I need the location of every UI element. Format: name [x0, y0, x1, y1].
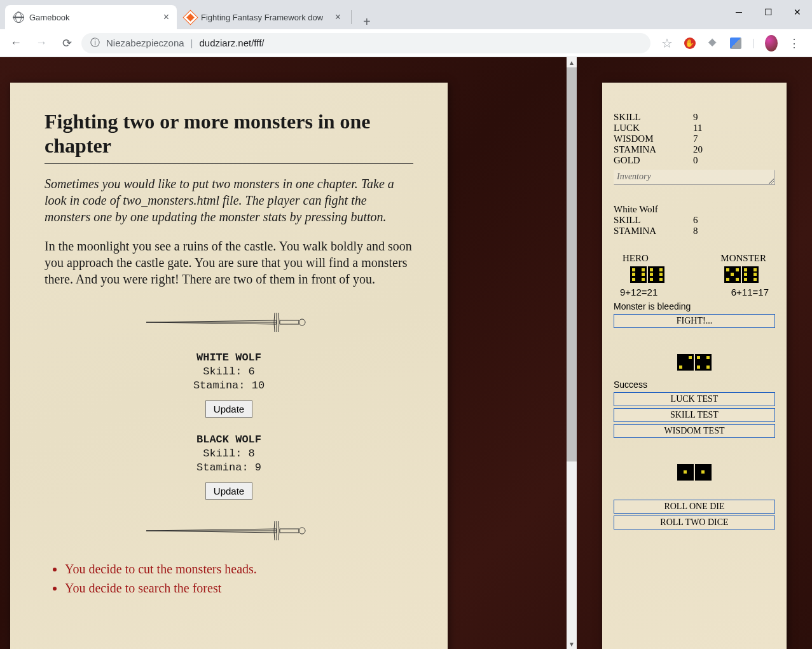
tab-inactive[interactable]: Fighting Fantasy Framework dow ×	[177, 5, 348, 29]
sourceforge-icon	[184, 11, 196, 23]
dropbox-icon[interactable]: ⯁	[706, 37, 719, 50]
scroll-up-icon[interactable]: ▲	[567, 57, 577, 67]
page-content: Fighting two or more monsters in one cha…	[0, 57, 812, 649]
luck-status: Success	[614, 379, 775, 390]
url-input[interactable]: ⓘ Niezabezpieczona | dudziarz.net/fff/	[81, 33, 650, 53]
adblock-icon[interactable]: ✋	[684, 37, 696, 50]
new-tab-button[interactable]: +	[354, 15, 380, 29]
die-icon	[695, 354, 712, 371]
svg-point-1	[299, 319, 305, 325]
monster-skill: Skill: 8	[45, 447, 413, 461]
roll-two-button[interactable]: ROLL TWO DICE	[614, 516, 775, 529]
translate-icon[interactable]	[729, 37, 742, 50]
monster-name: WHITE WOLF	[45, 351, 413, 365]
stat-skill: SKILL9	[614, 112, 775, 123]
close-icon[interactable]: ×	[163, 11, 169, 23]
url-text: dudziarz.net/fff/	[199, 38, 264, 48]
main-panel: Fighting two or more monsters in one cha…	[0, 57, 577, 649]
update-button-1[interactable]: Update	[205, 400, 252, 418]
luck-dice	[614, 354, 775, 371]
choice-link[interactable]: You decide to search the forest	[65, 578, 413, 598]
minimize-button[interactable]: ─	[724, 0, 754, 24]
enemy-stamina: STAMINA8	[614, 226, 775, 236]
roll-one-button[interactable]: ROLL ONE DIE	[614, 500, 775, 514]
die-icon	[695, 464, 712, 481]
svg-point-3	[299, 528, 305, 534]
choice-list: You decide to cut the monsters heads. Yo…	[45, 559, 413, 598]
die-icon	[677, 354, 694, 371]
scroll-down-icon[interactable]: ▼	[567, 639, 577, 649]
sword-divider-icon	[45, 515, 413, 547]
monster-1: WHITE WOLF Skill: 6 Stamina: 10	[45, 351, 413, 393]
reload-button[interactable]: ⟳	[56, 32, 78, 54]
scrollbar[interactable]: ▲ ▼	[567, 57, 577, 649]
choice-link[interactable]: You decide to cut the monsters heads.	[65, 559, 413, 578]
stat-gold: GOLD0	[614, 155, 775, 166]
die-icon	[630, 266, 647, 283]
update-button-2[interactable]: Update	[205, 482, 252, 500]
intro-text: Sometimes you would like to put two mons…	[45, 175, 413, 225]
tab-title: Gamebook	[29, 13, 158, 22]
monster-stamina: Stamina: 9	[45, 461, 413, 475]
info-icon: ⓘ	[90, 37, 100, 49]
stat-luck: LUCK11	[614, 123, 775, 133]
window-controls: ─ ☐ ✕	[724, 0, 812, 24]
die-icon	[742, 266, 759, 283]
browser-chrome: Gamebook × Fighting Fantasy Framework do…	[0, 0, 812, 57]
combat-status: Monster is bleeding	[614, 301, 775, 311]
tab-title: Fighting Fantasy Framework dow	[201, 13, 330, 22]
enemy-skill: SKILL6	[614, 215, 775, 226]
monster-2: BLACK WOLF Skill: 8 Stamina: 9	[45, 433, 413, 475]
enemy-name: White Wolf	[614, 204, 775, 215]
sword-divider-icon	[45, 306, 413, 338]
tab-bar: Gamebook × Fighting Fantasy Framework do…	[0, 0, 812, 29]
tab-active[interactable]: Gamebook ×	[5, 5, 177, 29]
close-icon[interactable]: ×	[335, 11, 341, 23]
inventory-input[interactable]: Inventory	[614, 170, 775, 185]
close-window-button[interactable]: ✕	[783, 0, 812, 24]
scroll-thumb[interactable]	[567, 67, 577, 461]
die-icon	[648, 266, 664, 283]
globe-icon	[13, 11, 24, 23]
extension-icons: ☆ ✋ ⯁ | ⋮	[654, 37, 807, 50]
back-button[interactable]: ←	[5, 32, 27, 54]
monster-name: BLACK WOLF	[45, 433, 413, 447]
story-parchment: Fighting two or more monsters in one cha…	[10, 83, 448, 649]
stats-parchment: SKILL9 LUCK11 WISDOM7 STAMINA20 GOLD0 In…	[602, 83, 787, 649]
wisdom-test-button[interactable]: WISDOM TEST	[614, 424, 775, 438]
fight-button[interactable]: FIGHT!...	[614, 314, 775, 328]
address-bar: ← → ⟳ ⓘ Niezabezpieczona | dudziarz.net/…	[0, 29, 812, 57]
chapter-title: Fighting two or more monsters in one cha…	[45, 109, 413, 164]
forward-button[interactable]: →	[31, 32, 52, 54]
monster-stamina: Stamina: 10	[45, 379, 413, 393]
combat-dice	[614, 264, 775, 283]
die-icon	[677, 464, 694, 481]
star-icon[interactable]: ☆	[661, 37, 673, 50]
security-label: Niezabezpieczona	[106, 38, 184, 48]
story-text: In the moonlight you see a ruins of the …	[45, 238, 413, 287]
stat-stamina: STAMINA20	[614, 144, 775, 155]
maximize-button[interactable]: ☐	[754, 0, 783, 24]
combat-header: HERO MONSTER	[614, 253, 775, 264]
combat-calc: 9+12=21 6+11=17	[614, 283, 775, 299]
profile-avatar[interactable]	[765, 37, 778, 50]
luck-test-button[interactable]: LUCK TEST	[614, 392, 775, 406]
stats-panel: SKILL9 LUCK11 WISDOM7 STAMINA20 GOLD0 In…	[577, 57, 812, 649]
skill-test-button[interactable]: SKILL TEST	[614, 408, 775, 422]
monster-skill: Skill: 6	[45, 365, 413, 379]
die-icon	[724, 266, 741, 283]
roll-dice	[614, 464, 775, 481]
menu-icon[interactable]: ⋮	[788, 37, 801, 50]
stat-wisdom: WISDOM7	[614, 133, 775, 144]
